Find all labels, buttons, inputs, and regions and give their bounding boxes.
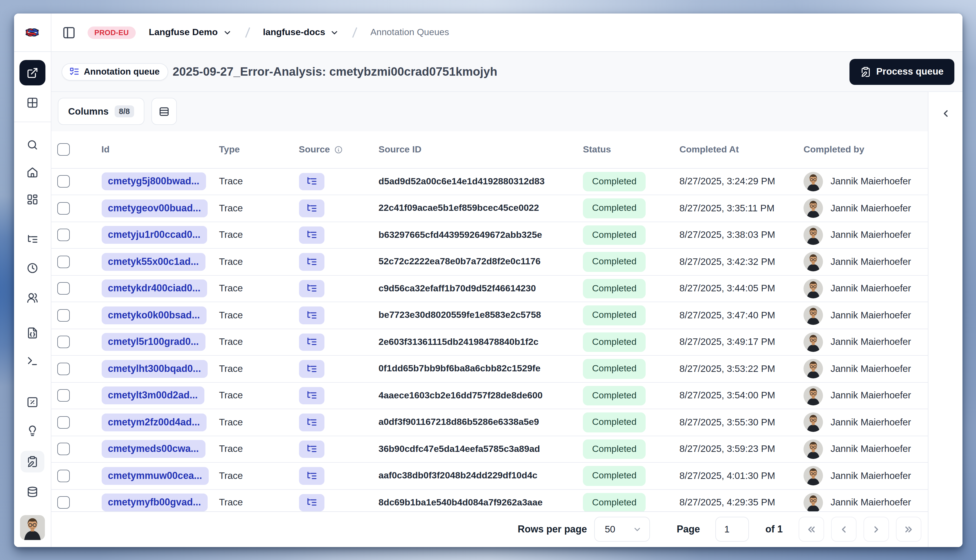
row-id-badge[interactable]: cmetymmuw00cea... <box>102 467 209 485</box>
table-row[interactable]: cmetym2fz00d4ad... Trace a0df3f901167218… <box>51 409 928 436</box>
table-row[interactable]: cmetykdr400ciad0... Trace c9d56ca32efaff… <box>51 275 928 302</box>
row-type: Trace <box>219 256 243 268</box>
row-checkbox[interactable] <box>57 443 70 455</box>
completed-by-avatar <box>804 198 823 218</box>
page-number-input[interactable] <box>716 517 749 542</box>
row-checkbox[interactable] <box>57 309 70 322</box>
row-checkbox[interactable] <box>57 497 70 509</box>
row-id-badge[interactable]: cmetylht300bqad0... <box>102 360 207 378</box>
row-id-badge[interactable]: cmetymeds00cwa... <box>102 440 205 458</box>
column-header-source[interactable]: Source <box>299 144 379 155</box>
previous-page-button[interactable] <box>831 517 856 542</box>
source-trace-badge[interactable] <box>299 413 324 431</box>
rows-per-page-select[interactable]: 50 <box>594 517 650 542</box>
breadcrumb-project[interactable]: langfuse-docs <box>263 27 339 38</box>
table-row[interactable]: cmetymeds00cwa... Trace 36b90cdfc47e5da1… <box>51 436 928 463</box>
row-checkbox[interactable] <box>57 363 70 375</box>
sidebar-item-evaluation[interactable] <box>20 392 44 413</box>
table-row[interactable]: cmetylht300bqad0... Trace 0f1dd65b7bb9bf… <box>51 356 928 382</box>
row-id-badge[interactable]: cmetykdr400ciad0... <box>102 280 207 298</box>
column-header-type[interactable]: Type <box>219 144 299 155</box>
row-checkbox[interactable] <box>57 390 70 402</box>
sidebar-item-users[interactable] <box>20 287 44 308</box>
row-checkbox[interactable] <box>57 336 70 348</box>
sidebar-item-sessions[interactable] <box>20 257 44 279</box>
source-trace-badge[interactable] <box>299 333 324 351</box>
row-checkbox[interactable] <box>57 282 70 295</box>
source-trace-badge[interactable] <box>299 253 324 270</box>
sidebar-item-home[interactable] <box>20 162 44 183</box>
next-page-button[interactable] <box>863 517 889 542</box>
environment-badge[interactable]: PROD-EU <box>87 26 136 38</box>
row-id-badge[interactable]: cmetym2fz00d4ad... <box>102 413 206 432</box>
sidebar-item-tables[interactable] <box>20 92 44 113</box>
table-row[interactable]: cmetygeov00buad... Trace 22c41f09acae5b1… <box>51 195 928 222</box>
sidebar-item-search[interactable] <box>20 134 44 156</box>
breadcrumb-organization[interactable]: Langfuse Demo <box>149 27 232 38</box>
first-page-button[interactable] <box>798 517 824 542</box>
sidebar-nav <box>14 52 50 512</box>
sidebar-item-annotation[interactable] <box>20 451 44 472</box>
row-id-badge[interactable]: cmetylt3m00d2ad... <box>102 387 204 405</box>
open-in-new-button[interactable] <box>19 60 45 85</box>
row-checkbox[interactable] <box>57 256 70 268</box>
column-header-source-id[interactable]: Source ID <box>379 144 583 155</box>
source-trace-badge[interactable] <box>299 173 324 190</box>
sidebar-item-datasets[interactable] <box>20 481 44 503</box>
row-id-badge[interactable]: cmetyg5j800bwad... <box>102 173 206 190</box>
table-row[interactable]: cmetyg5j800bwad... Trace d5ad9d52a00c6e1… <box>51 168 928 195</box>
table-row[interactable]: cmetylt3m00d2ad... Trace 4aaece1603cb2e1… <box>51 382 928 409</box>
completed-by-avatar <box>804 386 823 405</box>
select-all-checkbox[interactable] <box>57 143 70 156</box>
row-id-badge[interactable]: cmetyk55x00c1ad... <box>102 253 205 271</box>
source-trace-badge[interactable] <box>299 440 324 458</box>
row-id-badge[interactable]: cmetyju1r00ccad0... <box>102 226 207 244</box>
source-trace-badge[interactable] <box>299 307 324 324</box>
row-id-badge[interactable]: cmetyl5r100grad0... <box>102 333 205 351</box>
sidebar-item-prompts[interactable] <box>20 322 44 344</box>
breadcrumb-section[interactable]: Annotation Queues <box>370 27 449 38</box>
status-badge: Completed <box>583 359 646 378</box>
source-trace-badge[interactable] <box>299 200 324 217</box>
row-checkbox[interactable] <box>57 229 70 242</box>
completed-by-avatar <box>804 466 823 486</box>
column-header-status[interactable]: Status <box>583 144 679 155</box>
process-queue-button[interactable]: Process queue <box>849 58 954 85</box>
pagination <box>798 517 921 542</box>
source-trace-badge[interactable] <box>299 280 324 297</box>
row-id-badge[interactable]: cmetygeov00buad... <box>102 200 207 217</box>
source-trace-badge[interactable] <box>299 360 324 378</box>
table-row[interactable]: cmetyju1r00ccad0... Trace b63297665cfd44… <box>51 222 928 248</box>
row-id-badge[interactable]: cmetyko0k00bsad... <box>102 307 206 324</box>
toggle-sidebar-button[interactable] <box>62 25 76 40</box>
collapse-panel-button[interactable] <box>936 104 955 123</box>
table-row[interactable]: cmetymyfb00gvad... Trace 8dc69b1ba1e540b… <box>51 490 928 511</box>
row-checkbox[interactable] <box>57 202 70 215</box>
source-trace-badge[interactable] <box>299 226 324 244</box>
column-header-id[interactable]: Id <box>102 144 219 155</box>
sidebar-item-dashboards[interactable] <box>20 188 44 210</box>
row-completed-by: Jannik Maierhoefer <box>831 443 911 455</box>
annotation-queue-pill[interactable]: Annotation queue <box>62 63 168 80</box>
row-checkbox[interactable] <box>57 175 70 188</box>
sidebar-item-playground[interactable] <box>20 350 44 372</box>
sidebar-item-judge[interactable] <box>20 420 44 442</box>
source-trace-badge[interactable] <box>299 467 324 485</box>
columns-button[interactable]: Columns 8/8 <box>58 98 144 125</box>
last-page-button[interactable] <box>896 517 921 542</box>
column-header-completed-at[interactable]: Completed At <box>679 144 804 155</box>
sidebar-item-tracing[interactable] <box>20 228 44 250</box>
row-checkbox[interactable] <box>57 470 70 482</box>
row-height-button[interactable] <box>152 98 177 125</box>
table-row[interactable]: cmetyk55x00c1ad... Trace 52c72c2222ea78e… <box>51 248 928 275</box>
user-avatar[interactable] <box>20 515 45 540</box>
column-header-completed-by[interactable]: Completed by <box>804 144 928 155</box>
table-row[interactable]: cmetymmuw00cea... Trace aaf0c38db0f3f204… <box>51 463 928 490</box>
source-trace-badge[interactable] <box>299 494 324 511</box>
row-id-badge[interactable]: cmetymyfb00gvad... <box>102 494 207 512</box>
langfuse-logo[interactable] <box>14 13 50 52</box>
table-row[interactable]: cmetyko0k00bsad... Trace be7723e30d80205… <box>51 302 928 329</box>
table-row[interactable]: cmetyl5r100grad0... Trace 2e603f31361115… <box>51 329 928 356</box>
row-checkbox[interactable] <box>57 416 70 428</box>
source-trace-badge[interactable] <box>299 387 324 404</box>
